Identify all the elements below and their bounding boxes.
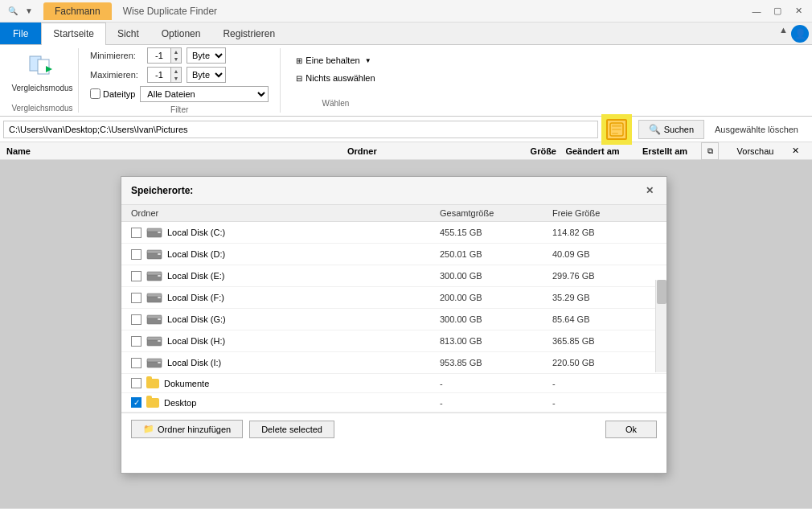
vergleich-section-label: Vergleichsmodus (11, 101, 72, 113)
suchen-button[interactable]: 🔍 Suchen (638, 120, 704, 139)
folder-icon-8 (146, 379, 159, 388)
max-spin-down[interactable]: ▼ (171, 75, 181, 82)
copy-button[interactable]: ⧉ (701, 142, 719, 160)
modal-rows-container: Local Disk (C:) 455.15 GB 114.82 GB (121, 222, 666, 413)
modal-row-5-total: 300.00 GB (440, 314, 552, 324)
title-bar: 🔍 ▼ Fachmann Wise Duplicate Finder — ▢ ✕ (0, 0, 812, 23)
modal-row-1[interactable]: Local Disk (C:) 455.15 GB 114.82 GB (121, 222, 666, 244)
col-header-grosse: Größe (492, 146, 556, 156)
dateitype-select[interactable]: Alle Dateien (140, 86, 269, 102)
tab-file[interactable]: File (0, 23, 41, 44)
app-icon: 🔍 (6, 5, 19, 18)
title-tab-active[interactable]: Fachmann (43, 2, 112, 20)
column-headers: Name Ordner Größe Geändert am Erstellt a… (0, 142, 812, 160)
ok-button[interactable]: Ok (605, 421, 657, 438)
eine-behalten-button[interactable]: ⊞ Eine behalten ▼ (292, 53, 379, 68)
disk-icon-6 (146, 335, 162, 347)
tab-startseite[interactable]: Startseite (41, 23, 106, 45)
min-value-input[interactable]: ▲ ▼ (147, 47, 182, 64)
max-unit-select[interactable]: Byte KB MB (187, 67, 226, 83)
nichts-label: Nichts auswählen (306, 73, 375, 83)
modal-close-button[interactable]: ✕ (642, 183, 657, 198)
modal-row-3-checkbox[interactable] (131, 271, 141, 281)
max-input-field[interactable] (148, 70, 170, 80)
ribbon-collapse-icon[interactable]: ▲ (779, 25, 788, 43)
modal-row-4[interactable]: Local Disk (F:) 200.00 GB 35.29 GB (121, 287, 666, 309)
modal-row-8-checkbox[interactable] (131, 378, 141, 388)
min-input-field[interactable] (148, 51, 170, 60)
tab-registrieren[interactable]: Registrieren (211, 23, 286, 44)
modal-row-8-label: Dokumente (164, 379, 209, 388)
modal-row-4-checkbox[interactable] (131, 293, 141, 303)
max-value-input[interactable]: ▲ ▼ (147, 67, 182, 83)
max-spin-btns: ▲ ▼ (170, 68, 181, 82)
modal-row-5-name: Local Disk (G:) (131, 313, 440, 326)
modal-row-3[interactable]: Local Disk (E:) 300.00 GB 299.76 GB (121, 265, 666, 287)
title-bar-text: Fachmann Wise Duplicate Finder (43, 2, 749, 20)
modal-row-6-checkbox[interactable] (131, 336, 141, 347)
ordner-hinzufugen-label: Ordner hinzufügen (158, 425, 231, 434)
modal-row-1-checkbox[interactable] (131, 228, 141, 238)
close-button[interactable]: ✕ (791, 4, 806, 18)
modal-row-7-free: 220.50 GB (552, 358, 657, 367)
svg-rect-11 (147, 250, 162, 253)
modal-row-7-name: Local Disk (I:) (131, 356, 440, 369)
nichts-auswaehlen-button[interactable]: ⊟ Nichts auswählen (292, 71, 379, 85)
ausgewahlte-button[interactable]: Ausgewählte löschen (704, 121, 809, 138)
modal-row-4-free: 35.29 GB (552, 293, 657, 302)
modal-row-6[interactable]: Local Disk (H:) 813.00 GB 365.85 GB (121, 330, 666, 352)
delete-selected-button[interactable]: Delete selected (249, 421, 334, 438)
tab-sicht[interactable]: Sicht (106, 23, 150, 44)
dateitype-checkbox-label[interactable]: Dateityp (90, 88, 135, 99)
min-spin-down[interactable]: ▼ (171, 55, 181, 63)
search-icon: 🔍 (649, 124, 661, 135)
modal-row-8[interactable]: Dokumente - - (121, 374, 666, 393)
col-header-erstellt: Erstellt am (629, 146, 701, 156)
user-icon[interactable]: 👤 (791, 25, 809, 43)
ausgewahlte-label: Ausgewählte löschen (715, 125, 798, 134)
modal-row-5-checkbox[interactable] (131, 314, 141, 325)
modal-row-8-name: Dokumente (131, 378, 440, 388)
modal-row-9[interactable]: Desktop - - (121, 393, 666, 413)
svg-rect-26 (147, 359, 162, 362)
modal-scrollthumb[interactable] (657, 280, 666, 304)
modal-row-6-label: Local Disk (H:) (167, 336, 225, 346)
modal-row-2[interactable]: Local Disk (D:) 250.01 GB 40.09 GB (121, 244, 666, 265)
vergleichsmodus-button[interactable]: Vergleichsmodus (5, 48, 79, 96)
modal-row-7[interactable]: Local Disk (I:) 953.85 GB 220.50 GB (121, 352, 666, 374)
modal-row-7-checkbox[interactable] (131, 358, 141, 368)
modal-row-4-label: Local Disk (F:) (167, 293, 224, 302)
title-bar-controls: — ▢ ✕ (749, 4, 806, 18)
modal-row-3-label: Local Disk (E:) (167, 271, 225, 281)
eine-label: Eine behalten (306, 55, 359, 65)
min-spin-up[interactable]: ▲ (171, 48, 181, 55)
modal-row-5[interactable]: Local Disk (G:) 300.00 GB 85.64 GB (121, 309, 666, 330)
modal-row-3-free: 299.76 GB (552, 271, 657, 281)
ordner-hinzufugen-button[interactable]: 📁 Ordner hinzufügen (131, 420, 243, 438)
modal-row-9-total: - (440, 398, 552, 408)
svg-rect-24 (158, 340, 161, 342)
modal-scrollbar[interactable] (655, 280, 666, 372)
wahlen-section-label: Wählen (322, 96, 350, 108)
modal-row-2-total: 250.01 GB (440, 249, 552, 259)
scan-button[interactable] (601, 114, 632, 145)
modal-row-8-free: - (552, 379, 657, 388)
vergleich-label: Vergleichsmodus (11, 84, 72, 92)
tab-optionen[interactable]: Optionen (150, 23, 212, 44)
modal-row-1-free: 114.82 GB (552, 228, 657, 237)
nichts-icon: ⊟ (296, 74, 302, 83)
modal-row-9-checkbox[interactable] (131, 397, 141, 408)
modal-row-6-name: Local Disk (H:) (131, 335, 440, 347)
ribbon-section-vergleich: Vergleichsmodus Vergleichsmodus (6, 48, 79, 113)
title-bar-icons: 🔍 ▼ (6, 5, 35, 18)
max-spin-up[interactable]: ▲ (171, 68, 181, 75)
min-unit-select[interactable]: Byte KB MB (187, 47, 226, 64)
modal-row-2-checkbox[interactable] (131, 249, 141, 260)
folder-add-icon: 📁 (143, 424, 154, 434)
preview-close-button[interactable]: ✕ (792, 146, 799, 156)
svg-rect-9 (158, 232, 161, 233)
dateitype-checkbox[interactable] (90, 88, 100, 99)
minimize-button[interactable]: — (749, 4, 764, 18)
path-input[interactable] (3, 121, 598, 138)
maximize-button[interactable]: ▢ (770, 4, 785, 18)
